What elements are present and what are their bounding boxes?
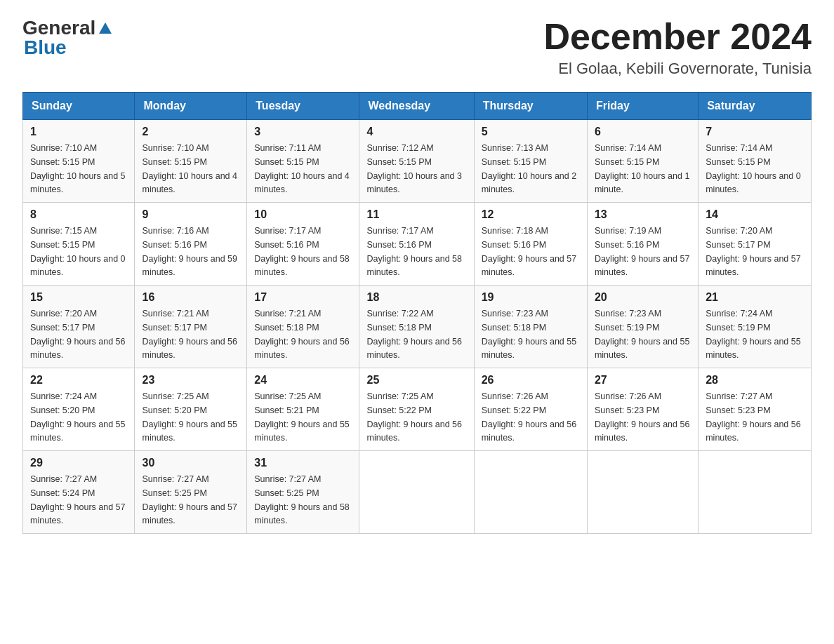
day-info: Sunrise: 7:17 AMSunset: 5:16 PMDaylight:… <box>366 226 462 277</box>
day-number: 13 <box>595 208 691 221</box>
day-number: 28 <box>706 374 804 387</box>
day-info: Sunrise: 7:10 AMSunset: 5:15 PMDaylight:… <box>142 143 237 194</box>
day-info: Sunrise: 7:22 AMSunset: 5:18 PMDaylight:… <box>366 309 462 360</box>
calendar-cell <box>474 451 587 534</box>
calendar-cell: 4 Sunrise: 7:12 AMSunset: 5:15 PMDayligh… <box>359 120 474 203</box>
svg-marker-0 <box>99 22 112 34</box>
calendar-cell: 13 Sunrise: 7:19 AMSunset: 5:16 PMDaylig… <box>587 203 698 286</box>
calendar-cell <box>699 451 812 534</box>
calendar-cell: 27 Sunrise: 7:26 AMSunset: 5:23 PMDaylig… <box>587 368 698 451</box>
header-right: December 2024 El Golaa, Kebili Governora… <box>543 17 812 78</box>
day-number: 27 <box>595 374 691 387</box>
day-info: Sunrise: 7:18 AMSunset: 5:16 PMDaylight:… <box>482 226 577 277</box>
day-info: Sunrise: 7:21 AMSunset: 5:18 PMDaylight:… <box>254 309 350 360</box>
day-info: Sunrise: 7:23 AMSunset: 5:18 PMDaylight:… <box>482 309 577 360</box>
calendar-cell: 20 Sunrise: 7:23 AMSunset: 5:19 PMDaylig… <box>587 286 698 368</box>
day-number: 1 <box>30 126 127 138</box>
logo: General Blue <box>22 17 114 59</box>
day-number: 9 <box>142 208 239 221</box>
logo-icon <box>98 21 113 36</box>
calendar-cell: 12 Sunrise: 7:18 AMSunset: 5:16 PMDaylig… <box>474 203 587 286</box>
day-number: 18 <box>366 291 466 304</box>
calendar-week-row: 1 Sunrise: 7:10 AMSunset: 5:15 PMDayligh… <box>23 120 812 203</box>
calendar-cell: 25 Sunrise: 7:25 AMSunset: 5:22 PMDaylig… <box>359 368 474 451</box>
calendar-cell: 28 Sunrise: 7:27 AMSunset: 5:23 PMDaylig… <box>699 368 812 451</box>
day-number: 22 <box>30 374 127 387</box>
weekday-header-monday: Monday <box>135 93 247 120</box>
calendar-week-row: 22 Sunrise: 7:24 AMSunset: 5:20 PMDaylig… <box>23 368 812 451</box>
day-info: Sunrise: 7:25 AMSunset: 5:20 PMDaylight:… <box>142 391 237 443</box>
calendar-cell: 22 Sunrise: 7:24 AMSunset: 5:20 PMDaylig… <box>23 368 135 451</box>
calendar-cell <box>359 451 474 534</box>
calendar-table: SundayMondayTuesdayWednesdayThursdayFrid… <box>22 92 812 534</box>
calendar-cell: 29 Sunrise: 7:27 AMSunset: 5:24 PMDaylig… <box>23 451 135 534</box>
day-info: Sunrise: 7:23 AMSunset: 5:19 PMDaylight:… <box>595 309 690 360</box>
day-number: 4 <box>366 126 466 138</box>
day-info: Sunrise: 7:12 AMSunset: 5:15 PMDaylight:… <box>366 143 462 194</box>
weekday-header-sunday: Sunday <box>23 93 135 120</box>
day-info: Sunrise: 7:21 AMSunset: 5:17 PMDaylight:… <box>142 309 237 360</box>
day-info: Sunrise: 7:27 AMSunset: 5:25 PMDaylight:… <box>254 474 350 525</box>
weekday-header-tuesday: Tuesday <box>247 93 359 120</box>
day-info: Sunrise: 7:19 AMSunset: 5:16 PMDaylight:… <box>595 226 690 277</box>
day-number: 23 <box>142 374 239 387</box>
calendar-cell: 24 Sunrise: 7:25 AMSunset: 5:21 PMDaylig… <box>247 368 359 451</box>
calendar-header-row: SundayMondayTuesdayWednesdayThursdayFrid… <box>23 93 812 120</box>
calendar-week-row: 15 Sunrise: 7:20 AMSunset: 5:17 PMDaylig… <box>23 286 812 368</box>
day-info: Sunrise: 7:27 AMSunset: 5:23 PMDaylight:… <box>706 391 801 443</box>
day-number: 17 <box>254 291 352 304</box>
day-info: Sunrise: 7:27 AMSunset: 5:25 PMDaylight:… <box>142 474 237 525</box>
day-info: Sunrise: 7:14 AMSunset: 5:15 PMDaylight:… <box>706 143 801 194</box>
day-info: Sunrise: 7:27 AMSunset: 5:24 PMDaylight:… <box>30 474 126 525</box>
day-info: Sunrise: 7:25 AMSunset: 5:22 PMDaylight:… <box>366 391 462 443</box>
calendar-week-row: 8 Sunrise: 7:15 AMSunset: 5:15 PMDayligh… <box>23 203 812 286</box>
calendar-cell: 9 Sunrise: 7:16 AMSunset: 5:16 PMDayligh… <box>135 203 247 286</box>
calendar-cell: 10 Sunrise: 7:17 AMSunset: 5:16 PMDaylig… <box>247 203 359 286</box>
calendar-cell: 30 Sunrise: 7:27 AMSunset: 5:25 PMDaylig… <box>135 451 247 534</box>
day-number: 10 <box>254 208 352 221</box>
calendar-cell: 6 Sunrise: 7:14 AMSunset: 5:15 PMDayligh… <box>587 120 698 203</box>
calendar-cell: 15 Sunrise: 7:20 AMSunset: 5:17 PMDaylig… <box>23 286 135 368</box>
day-number: 11 <box>366 208 466 221</box>
calendar-cell: 2 Sunrise: 7:10 AMSunset: 5:15 PMDayligh… <box>135 120 247 203</box>
day-number: 3 <box>254 126 352 138</box>
day-number: 8 <box>30 208 127 221</box>
day-info: Sunrise: 7:24 AMSunset: 5:20 PMDaylight:… <box>30 391 126 443</box>
calendar-cell: 5 Sunrise: 7:13 AMSunset: 5:15 PMDayligh… <box>474 120 587 203</box>
calendar-cell: 17 Sunrise: 7:21 AMSunset: 5:18 PMDaylig… <box>247 286 359 368</box>
day-number: 12 <box>482 208 580 221</box>
calendar-cell: 3 Sunrise: 7:11 AMSunset: 5:15 PMDayligh… <box>247 120 359 203</box>
calendar-cell: 31 Sunrise: 7:27 AMSunset: 5:25 PMDaylig… <box>247 451 359 534</box>
calendar-cell: 19 Sunrise: 7:23 AMSunset: 5:18 PMDaylig… <box>474 286 587 368</box>
calendar-cell: 14 Sunrise: 7:20 AMSunset: 5:17 PMDaylig… <box>699 203 812 286</box>
day-number: 7 <box>706 126 804 138</box>
day-info: Sunrise: 7:25 AMSunset: 5:21 PMDaylight:… <box>254 391 350 443</box>
calendar-cell: 1 Sunrise: 7:10 AMSunset: 5:15 PMDayligh… <box>23 120 135 203</box>
day-number: 21 <box>706 291 804 304</box>
day-number: 16 <box>142 291 239 304</box>
day-number: 5 <box>482 126 580 138</box>
day-info: Sunrise: 7:11 AMSunset: 5:15 PMDaylight:… <box>254 143 350 194</box>
logo-blue-label: Blue <box>24 36 67 59</box>
day-info: Sunrise: 7:17 AMSunset: 5:16 PMDaylight:… <box>254 226 350 277</box>
weekday-header-thursday: Thursday <box>474 93 587 120</box>
day-number: 15 <box>30 291 127 304</box>
day-number: 26 <box>482 374 580 387</box>
day-number: 20 <box>595 291 691 304</box>
calendar-week-row: 29 Sunrise: 7:27 AMSunset: 5:24 PMDaylig… <box>23 451 812 534</box>
day-number: 30 <box>142 457 239 469</box>
day-number: 25 <box>366 374 466 387</box>
calendar-cell: 11 Sunrise: 7:17 AMSunset: 5:16 PMDaylig… <box>359 203 474 286</box>
weekday-header-saturday: Saturday <box>699 93 812 120</box>
month-title: December 2024 <box>543 17 812 57</box>
calendar-cell: 8 Sunrise: 7:15 AMSunset: 5:15 PMDayligh… <box>23 203 135 286</box>
calendar-cell: 18 Sunrise: 7:22 AMSunset: 5:18 PMDaylig… <box>359 286 474 368</box>
day-number: 14 <box>706 208 804 221</box>
location-title: El Golaa, Kebili Governorate, Tunisia <box>543 60 812 78</box>
day-info: Sunrise: 7:16 AMSunset: 5:16 PMDaylight:… <box>142 226 237 277</box>
page-header: General Blue December 2024 El Golaa, Keb… <box>22 17 812 78</box>
calendar-cell: 21 Sunrise: 7:24 AMSunset: 5:19 PMDaylig… <box>699 286 812 368</box>
weekday-header-friday: Friday <box>587 93 698 120</box>
day-info: Sunrise: 7:26 AMSunset: 5:23 PMDaylight:… <box>595 391 690 443</box>
day-number: 29 <box>30 457 127 469</box>
